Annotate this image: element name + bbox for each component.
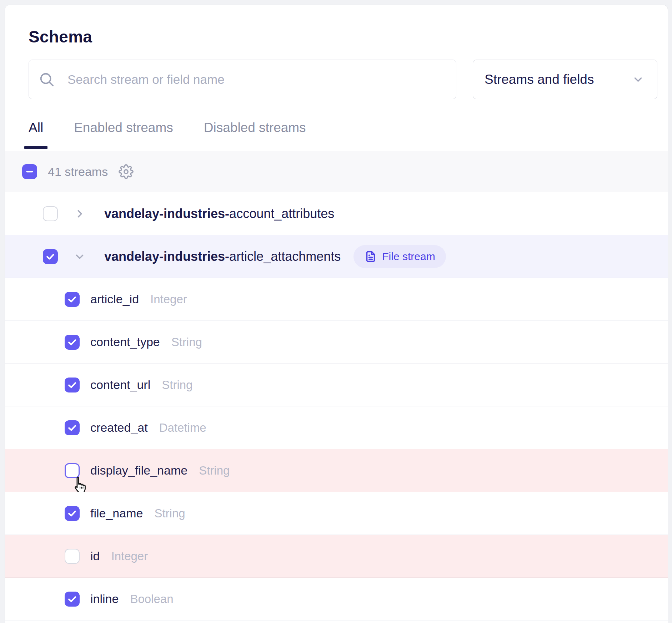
- tab-enabled-streams[interactable]: Enabled streams: [74, 120, 173, 149]
- select-all-checkbox[interactable]: [22, 164, 37, 179]
- field-row[interactable]: article_id Integer: [5, 278, 668, 321]
- field-row[interactable]: inline Boolean: [5, 578, 668, 621]
- dropdown-selected-value: Streams and fields: [485, 72, 594, 87]
- check-icon: [67, 422, 77, 433]
- field-checkbox[interactable]: [65, 335, 80, 350]
- chevron-down-icon: [632, 74, 644, 86]
- field-checkbox[interactable]: [65, 592, 80, 607]
- stream-checkbox[interactable]: [43, 206, 58, 221]
- stream-name: vandelay-industries-article_attachments: [104, 249, 341, 264]
- field-checkbox[interactable]: [65, 378, 80, 392]
- file-stream-badge: File stream: [353, 245, 446, 268]
- field-row[interactable]: id Integer: [5, 535, 668, 578]
- search-box: [29, 60, 456, 99]
- stream-checkbox[interactable]: [43, 249, 58, 264]
- minus-icon: [24, 166, 35, 177]
- field-checkbox[interactable]: [65, 549, 80, 564]
- field-name: file_name: [90, 506, 143, 520]
- field-name: id: [90, 549, 100, 563]
- field-checkbox[interactable]: [65, 506, 80, 521]
- stream-name: vandelay-industries-account_attributes: [104, 206, 334, 221]
- field-name: display_file_name: [90, 464, 187, 477]
- expand-toggle[interactable]: [74, 251, 85, 262]
- tab-all[interactable]: All: [29, 120, 43, 149]
- tab-disabled-streams[interactable]: Disabled streams: [204, 120, 306, 149]
- field-row[interactable]: content_url String: [5, 364, 668, 406]
- page-title: Schema: [29, 27, 92, 46]
- field-type: Integer: [150, 293, 187, 306]
- chevron-down-icon: [74, 251, 85, 262]
- field-checkbox[interactable]: [65, 420, 80, 435]
- stream-row[interactable]: vandelay-industries-account_attributes: [5, 192, 668, 235]
- field-type: String: [171, 335, 202, 349]
- field-row[interactable]: display_file_name String: [5, 449, 668, 492]
- check-icon: [67, 294, 77, 305]
- field-name: created_at: [90, 421, 148, 435]
- rows-list: vandelay-industries-account_attributes v…: [5, 192, 668, 621]
- field-row[interactable]: created_at Datetime: [5, 406, 668, 449]
- expand-toggle[interactable]: [74, 208, 85, 219]
- field-type: String: [154, 507, 185, 520]
- field-type: Boolean: [130, 592, 173, 606]
- field-name: content_url: [90, 378, 150, 392]
- field-checkbox[interactable]: [65, 292, 80, 307]
- field-row[interactable]: file_name String: [5, 492, 668, 535]
- field-type: String: [199, 464, 230, 477]
- field-name: inline: [90, 592, 119, 606]
- field-row[interactable]: content_type String: [5, 321, 668, 364]
- stream-field-filter-dropdown[interactable]: Streams and fields: [473, 60, 657, 99]
- streams-toolbar: 41 streams: [5, 151, 668, 192]
- streams-count: 41 streams: [48, 165, 108, 179]
- field-type: Integer: [111, 549, 148, 563]
- badge-label: File stream: [382, 250, 435, 263]
- stream-filter-tabs: All Enabled streams Disabled streams: [29, 120, 306, 149]
- field-name: article_id: [90, 292, 139, 306]
- field-type: Datetime: [159, 421, 206, 435]
- schema-panel: Schema Streams and fields All Enabled st…: [5, 5, 668, 623]
- field-type: String: [162, 378, 192, 392]
- check-icon: [67, 337, 77, 348]
- field-name: content_type: [90, 335, 160, 349]
- check-icon: [67, 594, 77, 604]
- chevron-right-icon: [74, 208, 85, 219]
- check-icon: [45, 251, 56, 262]
- gear-icon[interactable]: [119, 164, 134, 179]
- check-icon: [67, 380, 77, 390]
- file-icon: [364, 250, 377, 263]
- check-icon: [67, 508, 77, 519]
- search-input[interactable]: [29, 60, 456, 99]
- stream-row[interactable]: vandelay-industries-article_attachments …: [5, 235, 668, 278]
